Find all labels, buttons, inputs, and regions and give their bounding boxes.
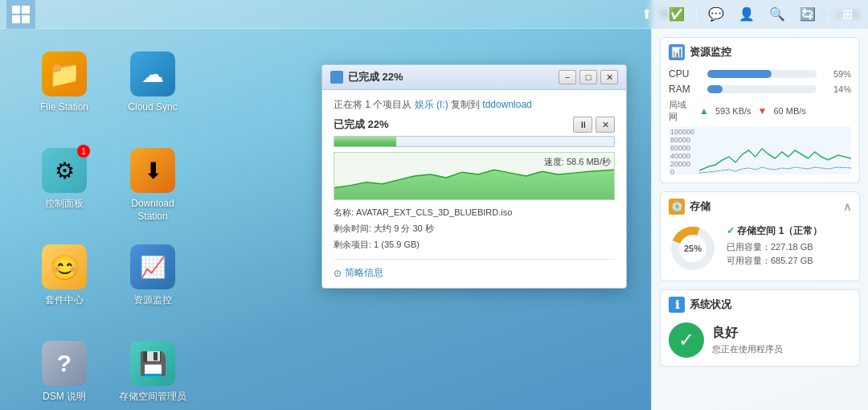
storage-manager-label: 存储空间管理员 [119,391,186,404]
desktop-icon-cloud-sync[interactable]: ☁ Cloud Sync [113,45,193,133]
app-grid-button[interactable] [6,0,35,29]
dialog-title-left: 已完成 22% [330,70,403,84]
taskbar-left [0,0,35,29]
taskbar-upload-btn[interactable]: ⬆ [632,0,661,29]
dialog-body: 正在将 1 个项目从 娱乐 (I:) 复制到 tddownload 已完成 22… [322,90,626,288]
control-panel-badge: 1 [77,145,90,158]
taskbar-search-btn[interactable]: 🔍 [763,0,792,29]
storage-volume-name: ✓ 存储空间 1（正常） [727,224,822,238]
taskbar-right: ⬆ ✅ 💬 👤 🔍 🔄 ⊞ [632,0,868,29]
resource-monitor-widget-title: 资源监控 [690,45,731,59]
ram-bar [707,85,723,93]
taskbar-user-btn[interactable]: 👤 [732,0,761,29]
collapse-label: 简略信息 [345,266,383,280]
resource-monitor-label: 资源监控 [133,294,172,307]
grid-icon [12,6,30,23]
dest-link[interactable]: tddownload [482,99,531,110]
dialog-status-text: 正在将 1 个项目从 娱乐 (I:) 复制到 tddownload [334,98,615,112]
progress-bar-inner [334,137,396,146]
dialog-title: 已完成 22% [348,70,403,84]
storage-manager-icon-img: 💾 [130,341,175,386]
taskbar-chat-btn[interactable]: 💬 [702,0,731,29]
chart-labels: 100000 80000 60000 40000 20000 0 [669,126,701,174]
cpu-label: CPU [669,68,701,80]
progress-bar-outer [334,136,615,147]
resource-monitor-widget-header: 📊 资源监控 [661,38,859,64]
transfer-speed-chart: 速度: 58.6 MB/秒 [334,152,615,200]
storage-donut-label: 25% [669,224,717,273]
storage-used-row: 已用容量：227.18 GB [727,241,822,253]
network-up-value: 593 KB/s [715,106,751,116]
source-link[interactable]: 娱乐 (I:) [415,99,448,110]
system-status-sub: 您正在使用程序员 [712,343,783,355]
file-name-row: 名称: AVATAR_EXT_CLS_3D_BLUEBIRD.iso [334,205,615,221]
network-down-icon: ▼ [758,105,768,117]
desktop-icon-storage-manager[interactable]: 💾 存储空间管理员 [113,334,193,410]
dialog-maximize-btn[interactable]: □ [579,70,597,84]
dialog-minimize-btn[interactable]: − [559,70,576,84]
package-center-label: 套件中心 [45,294,84,307]
cloud-sync-label: Cloud Sync [128,101,177,114]
dialog-close-btn[interactable]: ✕ [600,70,618,84]
ram-value: 14% [823,84,851,94]
dialog-progress-pct: 已完成 22% [334,117,389,132]
desktop-icon-download-station[interactable]: ⬇ Download Station [113,141,193,230]
dialog-title-icon [330,71,343,84]
desktop-icon-resource-monitor[interactable]: 📈 资源监控 [113,238,193,326]
system-status-icon: ℹ [669,297,685,313]
resource-monitor-widget-body: CPU 59% RAM 14% 局域网 ▲ 593 KB/s [661,64,859,182]
system-status-body: ✓ 良好 您正在使用程序员 [661,316,859,366]
desktop-icon-dsm-help[interactable]: ? DSM 说明 [24,334,104,410]
resource-monitor-widget: 📊 资源监控 CPU 59% RAM 14% [660,37,860,183]
storage-widget-title: 存储 [690,199,710,214]
storage-status-icon: ✓ [727,225,737,236]
system-status-text-wrap: 良好 您正在使用程序员 [712,325,783,355]
taskbar-divider-2 [827,6,828,23]
cpu-value: 59% [823,69,851,79]
system-status-label: 良好 [712,325,783,342]
ram-stat-row: RAM 14% [669,84,851,95]
transfer-dialog: 已完成 22% − □ ✕ 正在将 1 个项目从 娱乐 (I:) 复制到 tdd… [321,64,627,289]
dialog-collapse-btn[interactable]: ⊙ 简略信息 [334,259,615,280]
time-remaining-row: 剩余时间: 大约 9 分 30 秒 [334,221,615,237]
storage-info: ✓ 存储空间 1（正常） 已用容量：227.18 GB 可用容量：685.27 … [727,224,822,269]
progress-pause-btn[interactable]: ⏸ [573,117,592,133]
cpu-bar [707,70,772,78]
file-station-label: File Station [40,101,88,114]
storage-widget: 💿 存储 ∧ 25% ✓ 存储空间 1（正常） 已用容 [660,191,860,281]
system-status-widget: ℹ 系统状况 ✓ 良好 您正在使用程序员 [660,289,860,367]
ram-bar-wrap [707,85,817,93]
dialog-controls: − □ ✕ [559,70,618,84]
network-row: 局域网 ▲ 593 KB/s ▼ 60 MB/s [669,99,851,123]
dialog-progress-label-row: 已完成 22% ⏸ ✕ [334,117,615,133]
progress-close-btn[interactable]: ✕ [596,117,615,133]
taskbar-divider-1 [696,6,697,23]
taskbar-layout-btn[interactable]: ⊞ [833,0,862,29]
taskbar-status-btn[interactable]: ✅ [662,0,691,29]
storage-widget-body: 25% ✓ 存储空间 1（正常） 已用容量：227.18 GB 可用容量：685… [661,218,859,281]
resource-monitor-icon-img: 📈 [130,244,175,289]
system-status-circle: ✓ [669,322,704,358]
control-panel-icon-img: ⚙ 1 [42,148,87,193]
cpu-stat-row: CPU 59% [669,68,851,80]
desktop-icon-control-panel[interactable]: ⚙ 1 控制面板 [24,141,104,230]
dsm-help-icon-img: ? [42,341,87,386]
network-mini-chart: 100000 80000 60000 40000 20000 0 [669,126,851,174]
resource-monitor-widget-icon: 📊 [669,44,685,60]
dsm-help-label: DSM 说明 [43,391,86,404]
desktop-icon-package-center[interactable]: 😊 套件中心 [24,238,104,326]
control-panel-label: 控制面板 [45,198,84,211]
taskbar-settings-btn[interactable]: 🔄 [793,0,822,29]
storage-available-row: 可用容量：685.27 GB [727,255,822,267]
download-station-label: Download Station [116,198,190,223]
dialog-file-info: 名称: AVATAR_EXT_CLS_3D_BLUEBIRD.iso 剩余时间:… [334,205,615,252]
items-remaining-row: 剩余项目: 1 (35.9 GB) [334,237,615,253]
storage-widget-collapse[interactable]: ∧ [843,200,851,213]
storage-widget-header: 💿 存储 ∧ [661,192,859,218]
cloud-sync-icon-img: ☁ [130,51,175,96]
network-label: 局域网 [669,99,693,123]
network-up-icon: ▲ [699,105,709,117]
desktop-icon-file-station[interactable]: 📁 File Station [24,45,104,133]
progress-actions: ⏸ ✕ [573,117,615,133]
right-panel: + − ↗ ✕ 📊 资源监控 CPU 59% RA [651,0,868,410]
